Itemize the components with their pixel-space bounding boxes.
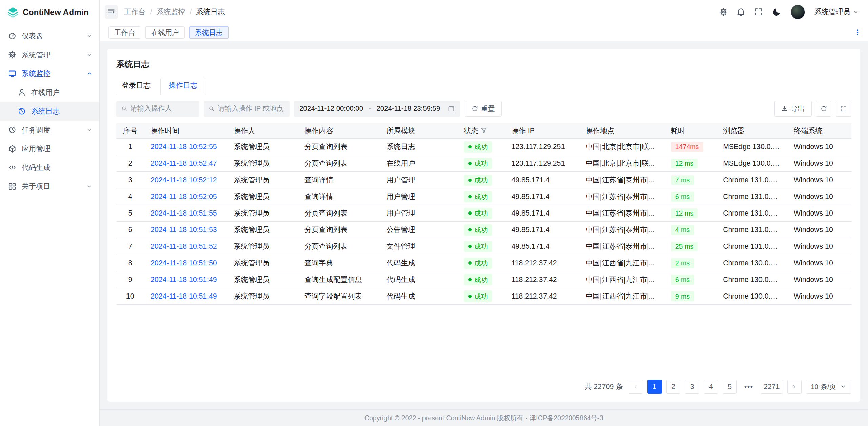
user-menu[interactable]: 系统管理员 bbox=[814, 7, 859, 17]
date-range-picker[interactable]: 2024-11-12 00:00:00 - 2024-11-18 23:59:5… bbox=[294, 101, 460, 117]
tab-operation-log[interactable]: 操作日志 bbox=[160, 78, 205, 95]
cell-location: 中国|江苏省|泰州市|... bbox=[579, 222, 664, 238]
operator-search-input[interactable] bbox=[130, 105, 194, 113]
fullscreen-button[interactable] bbox=[754, 8, 763, 16]
pagination-page-button[interactable]: 1 bbox=[647, 380, 662, 394]
cell-os: Windows 10 bbox=[787, 238, 852, 255]
pagination-prev-button[interactable] bbox=[629, 380, 643, 394]
cell-ip: 49.85.171.4 bbox=[505, 188, 579, 205]
cell-os: Windows 10 bbox=[787, 139, 852, 155]
tab-system-log[interactable]: 系统日志 bbox=[189, 26, 229, 39]
notifications-button[interactable] bbox=[737, 8, 745, 16]
sidebar-item-app-management[interactable]: 应用管理 bbox=[0, 139, 99, 158]
breadcrumb-item-current: 系统日志 bbox=[196, 7, 225, 17]
table-fullscreen-button[interactable] bbox=[836, 101, 851, 117]
cell-status: 成功 bbox=[457, 238, 505, 255]
pagination-ellipsis[interactable]: ••• bbox=[742, 380, 756, 394]
tab-workbench[interactable]: 工作台 bbox=[108, 26, 141, 39]
sidebar-item-code-generation[interactable]: 代码生成 bbox=[0, 158, 99, 177]
cell-index: 9 bbox=[116, 271, 144, 288]
tab-online-users[interactable]: 在线用户 bbox=[145, 26, 185, 39]
duration-badge: 9 ms bbox=[671, 291, 694, 301]
status-filter-button[interactable] bbox=[480, 127, 487, 134]
operator-search-field[interactable] bbox=[116, 101, 199, 117]
sidebar-item-system-monitor[interactable]: 系统监控 bbox=[0, 64, 99, 83]
cell-duration: 9 ms bbox=[664, 288, 716, 305]
chevron-down-icon bbox=[840, 383, 847, 390]
status-badge: 成功 bbox=[464, 158, 492, 169]
log-time-link[interactable]: 2024-11-18 10:51:49 bbox=[151, 292, 217, 300]
more-icon[interactable] bbox=[854, 28, 862, 36]
breadcrumb-item[interactable]: 系统监控 bbox=[156, 7, 185, 17]
log-time-link[interactable]: 2024-11-18 10:52:12 bbox=[151, 176, 217, 184]
status-text: 成功 bbox=[474, 225, 488, 235]
pagination-page-button[interactable]: 2 bbox=[666, 380, 680, 394]
page-tabs-bar: 工作台 在线用户 系统日志 bbox=[100, 24, 868, 41]
cell-os: Windows 10 bbox=[787, 172, 852, 188]
avatar[interactable] bbox=[791, 5, 805, 19]
cell-duration: 12 ms bbox=[664, 155, 716, 172]
log-time-link[interactable]: 2024-11-18 10:51:49 bbox=[151, 276, 217, 283]
sidebar-item-task-schedule[interactable]: 任务调度 bbox=[0, 121, 99, 140]
pagination-page-button[interactable]: 4 bbox=[704, 380, 718, 394]
cell-duration: 12 ms bbox=[664, 205, 716, 222]
table-row: 3 2024-11-18 10:52:12 系统管理员 查询详情 用户管理 成功… bbox=[116, 172, 851, 188]
log-time-link[interactable]: 2024-11-18 10:52:47 bbox=[151, 159, 217, 167]
status-dot-icon bbox=[468, 295, 472, 298]
chevron-down-icon bbox=[86, 183, 93, 190]
reset-button[interactable]: 重置 bbox=[465, 101, 502, 117]
log-time-link[interactable]: 2024-11-18 10:51:52 bbox=[151, 242, 217, 250]
ip-search-input[interactable] bbox=[218, 105, 284, 113]
settings-button[interactable] bbox=[719, 8, 727, 16]
breadcrumb-item[interactable]: 工作台 bbox=[124, 7, 146, 17]
ip-search-field[interactable] bbox=[204, 101, 290, 117]
page-footer: Copyright © 2022 - present ContiNew Admi… bbox=[100, 409, 868, 426]
dark-mode-toggle[interactable] bbox=[772, 7, 781, 16]
cell-module: 用户管理 bbox=[380, 172, 457, 188]
cell-browser: Chrome 131.0.0.0 bbox=[716, 188, 787, 205]
sidebar-item-dashboard[interactable]: 仪表盘 bbox=[0, 26, 99, 45]
logo-text: ContiNew Admin bbox=[23, 7, 89, 17]
moon-icon bbox=[772, 7, 781, 16]
duration-badge: 2 ms bbox=[671, 258, 694, 268]
pagination-page-button[interactable]: 3 bbox=[685, 380, 699, 394]
pagination-page-button[interactable]: 5 bbox=[723, 380, 737, 394]
cell-module: 公告管理 bbox=[380, 222, 457, 238]
pagination-next-button[interactable] bbox=[787, 380, 802, 394]
log-time-link[interactable]: 2024-11-18 10:51:50 bbox=[151, 259, 217, 267]
chevron-right-icon bbox=[791, 383, 798, 390]
sidebar-item-online-users[interactable]: 在线用户 bbox=[0, 83, 99, 102]
pagination-page-button[interactable]: 2271 bbox=[761, 380, 783, 394]
cell-operator: 系统管理员 bbox=[227, 255, 298, 271]
duration-badge: 4 ms bbox=[671, 225, 694, 235]
sidebar-item-about-project[interactable]: 关于项目 bbox=[0, 177, 99, 196]
log-time-link[interactable]: 2024-11-18 10:51:55 bbox=[151, 209, 217, 217]
sidebar-item-system-log[interactable]: 系统日志 bbox=[0, 102, 99, 121]
export-button-label: 导出 bbox=[791, 104, 805, 114]
bell-icon bbox=[737, 8, 745, 16]
duration-badge: 1474ms bbox=[671, 142, 704, 152]
logo[interactable]: ContiNew Admin bbox=[0, 0, 99, 24]
table-row: 4 2024-11-18 10:52:05 系统管理员 查询详情 用户管理 成功… bbox=[116, 188, 851, 205]
sidebar-item-label: 仪表盘 bbox=[22, 31, 81, 41]
col-os: 终端系统 bbox=[787, 123, 852, 139]
menu-collapse-button[interactable] bbox=[105, 5, 118, 19]
log-time-link[interactable]: 2024-11-18 10:51:53 bbox=[151, 226, 217, 234]
page-size-select[interactable]: 10 条/页 bbox=[806, 380, 851, 394]
cell-status: 成功 bbox=[457, 288, 505, 305]
sidebar-item-label: 在线用户 bbox=[31, 88, 93, 97]
export-button[interactable]: 导出 bbox=[774, 101, 812, 117]
status-badge: 成功 bbox=[464, 258, 492, 269]
tab-login-log[interactable]: 登录日志 bbox=[116, 78, 156, 94]
refresh-button[interactable] bbox=[816, 101, 832, 117]
cell-module: 用户管理 bbox=[380, 205, 457, 222]
sidebar-item-label: 系统日志 bbox=[31, 106, 93, 116]
sidebar-item-system-management[interactable]: 系统管理 bbox=[0, 45, 99, 64]
log-time-link[interactable]: 2024-11-18 10:52:05 bbox=[151, 192, 217, 200]
cell-operator: 系统管理员 bbox=[227, 222, 298, 238]
duration-badge: 25 ms bbox=[671, 242, 698, 252]
cell-module: 代码生成 bbox=[380, 288, 457, 305]
log-time-link[interactable]: 2024-11-18 10:52:55 bbox=[151, 143, 217, 150]
cell-index: 1 bbox=[116, 139, 144, 155]
cell-ip: 118.212.37.42 bbox=[505, 255, 579, 271]
